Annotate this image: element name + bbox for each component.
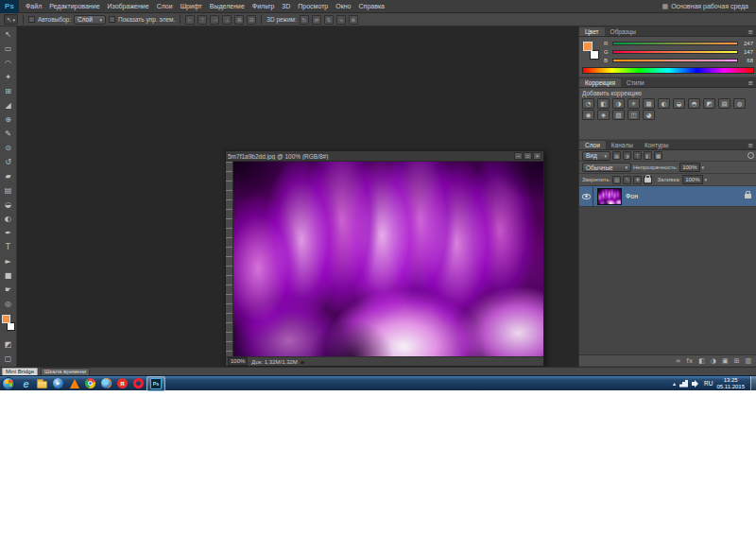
delete-layer-icon[interactable]: ▥ [745,357,751,365]
adj-curves-icon[interactable]: ◑ [612,98,625,109]
tool-quick-mask[interactable]: ◩ [1,337,16,352]
filter-type-select[interactable]: Вид ▾ [582,151,610,161]
autoselect-target-select[interactable]: Слой ▾ [74,15,106,25]
status-menu-arrow-icon[interactable]: ▶ [301,359,305,365]
background-color-swatch[interactable] [7,322,15,331]
adj-brightness-contrast-icon[interactable]: ◔ [582,98,594,109]
adj-black-white-icon[interactable]: ◓ [688,98,700,109]
start-button[interactable] [2,377,15,390]
layer-thumbnail[interactable] [597,188,622,205]
adj-photo-filter-icon[interactable]: ◩ [703,98,715,109]
minimize-button[interactable]: – [514,152,523,160]
menu-view[interactable]: Просмотр [294,0,332,13]
document-titlebar[interactable]: 5m7f1a9b2dd.jpg @ 100% (RGB/8#) – □ × [226,151,543,162]
3d-slide-icon[interactable]: ↘ [336,15,346,25]
adjustment-layer-icon[interactable]: ◑ [711,357,716,365]
tool-history-brush[interactable]: ↺ [1,155,16,169]
adj-color-lookup-icon[interactable]: ◍ [733,98,746,109]
taskbar-clock[interactable]: 13:25 05.11.2015 [716,377,747,390]
document-image[interactable] [233,162,543,356]
taskbar-vlc[interactable] [66,376,82,391]
taskbar-firefox[interactable] [98,376,114,391]
network-icon[interactable] [679,380,688,388]
filter-type-layers-icon[interactable]: T [633,151,642,160]
new-layer-icon[interactable]: ⊞ [734,357,740,365]
adj-posterize-icon[interactable]: ◈ [597,110,610,120]
tab-adjustments[interactable]: Коррекция [579,78,621,87]
document-window[interactable]: 5m7f1a9b2dd.jpg @ 100% (RGB/8#) – □ × 10… [225,150,544,367]
menu-layers[interactable]: Слои [153,0,177,13]
fill-value[interactable]: 100% [682,175,702,184]
menu-edit[interactable]: Редактирование [45,0,103,13]
show-transform-controls-checkbox[interactable] [109,16,115,23]
blue-value[interactable]: 68 [741,58,753,63]
lock-transparency-icon[interactable]: ▨ [612,176,621,184]
green-slider[interactable] [612,50,738,54]
3d-rotate-icon[interactable]: ↻ [300,15,309,25]
taskbar-chrome[interactable] [82,376,98,391]
close-button[interactable]: × [533,152,541,160]
adj-hue-saturation-icon[interactable]: ◐ [658,98,670,109]
tool-zoom[interactable]: ◎ [1,297,16,311]
lock-pixels-icon[interactable]: ✎ [623,176,631,184]
tool-preset-button[interactable]: ↖ ▾ [4,14,18,25]
tool-rectangular-marquee[interactable]: ▭ [1,42,16,56]
align-center-horizontal-icon[interactable]: ⊤ [198,15,207,25]
link-layers-icon[interactable]: ∞ [676,357,681,365]
tab-channels[interactable]: Каналы [606,141,639,149]
layer-style-icon[interactable]: fx [687,357,694,365]
panel-menu-icon[interactable]: ≡ [747,142,756,149]
taskbar-explorer[interactable] [34,376,50,391]
tool-lasso[interactable]: ◠ [1,56,16,70]
menu-window[interactable]: Окно [332,0,354,13]
zoom-level-field[interactable]: 100% [228,357,248,366]
tool-rectangle[interactable]: ■ [1,268,16,283]
adj-gradient-map-icon[interactable]: ◫ [627,110,640,120]
color-spectrum-bar[interactable] [582,67,754,74]
filter-pixel-layers-icon[interactable]: ▦ [612,151,621,160]
align-right-icon[interactable]: ⊣ [210,15,219,25]
workspace-switcher[interactable]: ▦ Основная рабочая среда [662,3,756,10]
menu-help[interactable]: Справка [355,0,388,13]
adj-levels-icon[interactable]: ◧ [597,98,610,109]
opacity-value[interactable]: 100% [679,163,699,172]
tool-healing-brush[interactable]: ⊕ [1,112,16,127]
layer-mask-icon[interactable]: ◧ [698,357,705,365]
adj-invert-icon[interactable]: ◉ [582,110,594,120]
tool-crop[interactable]: ⊞ [1,84,16,98]
maximize-button[interactable]: □ [524,152,532,160]
panel-menu-icon[interactable]: ≡ [747,28,756,36]
layer-row-background[interactable]: Фон [579,186,756,207]
taskbar-photoshop[interactable]: Ps [146,376,165,391]
volume-icon[interactable] [692,380,700,388]
menu-image[interactable]: Изображение [104,0,153,13]
tool-eyedropper[interactable]: ◢ [1,98,16,112]
adj-channel-mixer-icon[interactable]: ▤ [718,98,730,109]
background-color-swatch[interactable] [590,50,599,60]
tool-hand[interactable]: ☛ [1,283,16,297]
filter-smart-object-icon[interactable]: ■ [654,151,662,160]
menu-3d[interactable]: 3D [278,0,294,13]
lock-all-button[interactable] [644,176,652,184]
3d-pan-icon[interactable]: ⇅ [324,15,334,25]
adj-vibrance-icon[interactable]: ▦ [643,98,655,109]
tool-path-selection[interactable]: ► [1,254,16,268]
menu-select[interactable]: Выделение [206,0,249,13]
3d-roll-icon[interactable]: ⇄ [312,15,321,25]
tool-dodge[interactable]: ◐ [1,212,16,226]
filter-adjustment-layers-icon[interactable]: ◑ [623,151,631,160]
adj-exposure-icon[interactable]: ☀ [627,98,640,109]
blue-slider[interactable] [612,59,738,62]
align-top-icon[interactable]: ⊥ [222,15,232,25]
language-indicator[interactable]: RU [704,380,713,387]
tool-brush[interactable]: ✎ [1,127,16,141]
tool-clone-stamp[interactable]: ⊙ [1,141,16,155]
red-value[interactable]: 247 [741,41,753,46]
tool-screen-mode[interactable]: ▢ [1,352,16,366]
taskbar-internet-explorer[interactable]: e [18,376,34,391]
adj-color-balance-icon[interactable]: ◒ [673,98,685,109]
layer-visibility-toggle[interactable] [579,186,593,207]
tab-swatches[interactable]: Образцы [605,27,642,36]
menu-type[interactable]: Шрифт [177,0,206,13]
adj-threshold-icon[interactable]: ▨ [612,110,625,120]
